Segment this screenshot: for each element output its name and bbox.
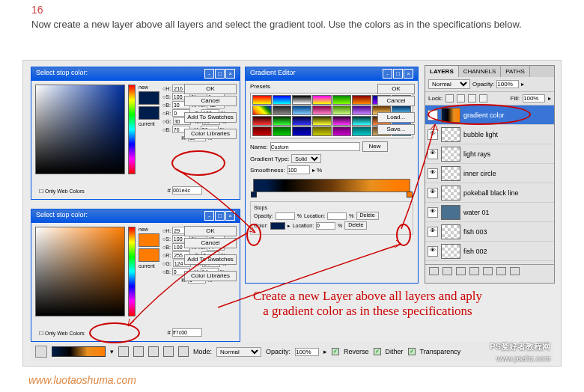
lock-transparent-icon[interactable]	[445, 94, 454, 102]
delete-layer-icon[interactable]	[510, 267, 520, 275]
reflected-gradient-icon[interactable]	[163, 346, 174, 357]
transparency-label: Transparency	[420, 348, 461, 355]
load-button[interactable]: Load...	[377, 112, 415, 123]
hue-slider[interactable]	[128, 227, 136, 316]
layer-name: fish 003	[463, 228, 487, 236]
ok-button[interactable]: OK	[184, 226, 237, 236]
ok-button[interactable]: OK	[184, 84, 237, 94]
cancel-button[interactable]: Cancel	[184, 96, 237, 106]
transparency-checkbox[interactable]: ✓	[408, 348, 416, 355]
watermark-1: PS爱好者教程网	[490, 341, 550, 352]
layer-row[interactable]: 👁water 01	[425, 203, 554, 222]
layer-row[interactable]: 👁gradient color	[425, 105, 554, 125]
diamond-gradient-icon[interactable]	[178, 346, 189, 357]
delete-color-button[interactable]: Delete	[344, 221, 367, 230]
picker2-titlebar: Select stop color: -□×	[31, 209, 240, 223]
gradient-stop-left[interactable]	[251, 192, 257, 197]
color-location-input[interactable]	[316, 222, 335, 230]
maximize-icon[interactable]: □	[215, 69, 225, 79]
current-color-swatch	[139, 106, 159, 120]
layer-row[interactable]: 👁inner circle	[425, 164, 554, 183]
gradient-tool-icon[interactable]	[35, 346, 47, 358]
layers-list: 👁gradient color👁bubble light👁light rays👁…	[425, 105, 554, 264]
visibility-icon[interactable]: 👁	[428, 246, 438, 257]
linear-gradient-icon[interactable]	[118, 346, 129, 357]
color-field[interactable]	[35, 85, 125, 174]
minimize-icon[interactable]: -	[204, 211, 214, 221]
save-button[interactable]: Save...	[377, 124, 415, 135]
color-libraries-button[interactable]: Color Libraries	[184, 271, 237, 281]
lock-all-icon[interactable]	[479, 94, 487, 102]
close-icon[interactable]: ×	[404, 69, 413, 79]
visibility-icon[interactable]: 👁	[428, 129, 438, 140]
layer-style-icon[interactable]	[442, 267, 452, 275]
gradient-stop-right[interactable]	[407, 192, 413, 197]
hex-input[interactable]	[172, 328, 202, 337]
opacity-input[interactable]	[496, 80, 519, 88]
add-swatches-button[interactable]: Add To Swatches	[184, 254, 237, 265]
mode-select[interactable]: Normal	[216, 347, 261, 357]
tab-channels[interactable]: CHANNELS	[459, 66, 502, 77]
gradient-editor: Gradient Editor -□× Presets OK Cancel Lo…	[245, 67, 419, 284]
close-icon[interactable]: ×	[225, 211, 235, 221]
only-web-checkbox[interactable]: ☐ Only Web Colors	[39, 189, 85, 195]
layer-mask-icon[interactable]	[456, 267, 466, 275]
color-field[interactable]	[35, 227, 125, 316]
ok-button[interactable]: OK	[377, 84, 415, 94]
layer-row[interactable]: 👁fish 003	[425, 222, 554, 242]
visibility-icon[interactable]: 👁	[428, 110, 438, 120]
blend-mode-select[interactable]: Normal	[428, 79, 470, 89]
radial-gradient-icon[interactable]	[133, 346, 144, 357]
stop-location-input[interactable]	[327, 212, 347, 220]
cancel-button[interactable]: Cancel	[184, 238, 237, 248]
visibility-icon[interactable]: 👁	[428, 168, 438, 179]
add-swatches-button[interactable]: Add To Swatches	[184, 112, 237, 123]
gtype-select[interactable]: Solid	[291, 154, 321, 163]
adjustment-layer-icon[interactable]	[469, 267, 479, 275]
layer-row[interactable]: 👁pokeball black line	[425, 183, 554, 203]
visibility-icon[interactable]: 👁	[428, 149, 438, 159]
layer-thumbnail	[441, 224, 460, 239]
dither-checkbox[interactable]: ✓	[374, 348, 381, 355]
hue-slider[interactable]	[128, 85, 136, 174]
minimize-icon[interactable]: -	[383, 69, 392, 79]
visibility-icon[interactable]: 👁	[428, 227, 438, 237]
opacity-input[interactable]	[295, 348, 319, 356]
lock-position-icon[interactable]	[468, 94, 476, 102]
tab-layers[interactable]: LAYERS	[425, 66, 459, 77]
layer-row[interactable]: 👁fish 002	[425, 242, 554, 261]
color-libraries-button[interactable]: Color Libraries	[184, 129, 237, 139]
angle-gradient-icon[interactable]	[148, 346, 159, 357]
layer-row[interactable]: 👁bubble light	[425, 125, 554, 144]
gradient-bar[interactable]	[253, 179, 410, 192]
reverse-checkbox[interactable]: ✓	[332, 348, 339, 355]
lock-image-icon[interactable]	[457, 94, 465, 102]
current-label: current	[139, 263, 159, 269]
delete-stop-button[interactable]: Delete	[356, 212, 379, 220]
minimize-icon[interactable]: -	[204, 69, 214, 79]
stop-opacity-input[interactable]	[276, 212, 295, 220]
group-icon[interactable]	[483, 267, 493, 275]
link-layers-icon[interactable]	[429, 267, 439, 275]
new-layer-icon[interactable]	[496, 267, 506, 275]
options-bar: ▾ Mode:Normal Opacity: ▸ ✓Reverse ✓Dithe…	[31, 342, 553, 361]
maximize-icon[interactable]: □	[393, 69, 403, 79]
visibility-icon[interactable]: 👁	[428, 188, 438, 198]
hex-input[interactable]	[172, 186, 202, 195]
layer-row[interactable]: 👁light rays	[425, 144, 554, 164]
close-icon[interactable]: ×	[225, 69, 235, 79]
picker1-titlebar: Select stop color: -□×	[31, 67, 240, 81]
name-input[interactable]	[270, 142, 360, 151]
fill-input[interactable]	[523, 94, 545, 102]
layer-name: fish 002	[463, 248, 487, 255]
layer-thumbnail	[441, 108, 460, 123]
gradient-preview[interactable]	[52, 346, 106, 357]
visibility-icon[interactable]: 👁	[428, 207, 438, 218]
only-web-checkbox[interactable]: ☐ Only Web Colors	[39, 331, 85, 337]
maximize-icon[interactable]: □	[215, 211, 225, 221]
smooth-input[interactable]	[288, 165, 310, 174]
cancel-button[interactable]: Cancel	[377, 96, 415, 106]
new-button[interactable]: New	[362, 141, 388, 152]
tab-paths[interactable]: PATHS	[501, 66, 529, 77]
stop-color-swatch[interactable]	[270, 222, 285, 230]
